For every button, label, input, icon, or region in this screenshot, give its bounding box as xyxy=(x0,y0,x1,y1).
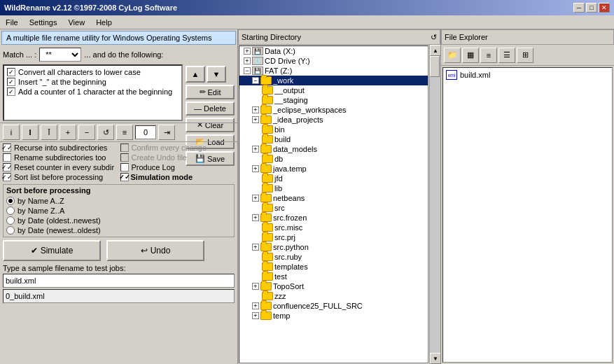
tree-item-srcfrozen[interactable]: + src.frozen xyxy=(239,213,428,223)
extra-view-btn[interactable]: ⊞ xyxy=(517,48,533,63)
expander-toposort[interactable]: + xyxy=(252,283,259,290)
tree-item-jfd[interactable]: jfd xyxy=(239,174,428,183)
move-down-button[interactable]: ▼ xyxy=(207,66,226,83)
expander-srcpython[interactable]: + xyxy=(252,244,259,251)
tree-item-javatemp[interactable]: + java.temp xyxy=(239,164,428,174)
tree-item-fat-z[interactable]: − 💾 FAT (Z:) xyxy=(239,66,428,76)
tree-item-work[interactable]: − _work xyxy=(239,76,428,85)
expander-netbeans[interactable]: + xyxy=(252,195,259,202)
expander-work[interactable]: − xyxy=(252,77,259,84)
tool-btn-4[interactable]: + xyxy=(60,125,76,140)
sort-radio-1[interactable] xyxy=(6,206,15,215)
tree-item-data-x[interactable]: + 💾 Data (X:) xyxy=(239,46,428,56)
edit-button[interactable]: ✏ Edit xyxy=(186,85,235,99)
expander-javatemp[interactable]: + xyxy=(252,165,259,172)
tree-label-work: _work xyxy=(273,76,293,85)
counter-input[interactable] xyxy=(135,125,156,139)
tool-btn-5[interactable]: − xyxy=(78,125,95,140)
sample-filename-input[interactable] xyxy=(3,274,235,288)
maximize-button[interactable]: □ xyxy=(586,3,597,13)
expander-eclipse[interactable]: + xyxy=(252,106,259,113)
file-item-buildxml[interactable]: xml build.xml xyxy=(445,69,610,80)
title-bar-buttons: ─ □ ✕ xyxy=(573,3,610,13)
tree-item-src[interactable]: src xyxy=(239,203,428,213)
recurse-check[interactable]: ✓ xyxy=(3,144,11,152)
expander-data-x[interactable]: + xyxy=(244,48,251,55)
tree-item-bin[interactable]: bin xyxy=(239,125,428,134)
sort-list-check[interactable]: ✓ xyxy=(3,173,11,181)
rule-check-1[interactable]: ✓ xyxy=(7,78,15,86)
expander-srcfrozen[interactable]: + xyxy=(252,214,259,221)
tree-item-datamodels[interactable]: + data_models xyxy=(239,144,428,154)
rule-check-0[interactable]: ✓ xyxy=(7,68,15,76)
rename-subdirs-check[interactable] xyxy=(3,153,11,162)
simulation-label: Simulation mode xyxy=(131,173,193,181)
tool-btn-3[interactable]: Ī xyxy=(41,125,57,140)
expander-cd-y[interactable]: + xyxy=(244,57,251,64)
expander-idea[interactable]: + xyxy=(252,116,259,123)
tree-item-lib[interactable]: lib xyxy=(239,183,428,193)
expander-fat-z[interactable]: − xyxy=(244,67,251,74)
tree-item-cd-y[interactable]: + 💿 CD Drive (Y:) xyxy=(239,56,428,66)
detail-view-btn[interactable]: ☰ xyxy=(498,48,515,63)
scroll-thumb[interactable] xyxy=(430,56,440,77)
tree-item-temp[interactable]: + temp xyxy=(239,311,428,321)
menu-help[interactable]: Help xyxy=(93,18,115,27)
folder-view-btn[interactable]: 📁 xyxy=(444,48,461,63)
confirm-check[interactable] xyxy=(120,144,129,152)
tree-item-confluence[interactable]: + confluence25_FULL_SRC xyxy=(239,301,428,311)
tree-item-db[interactable]: db xyxy=(239,154,428,164)
tree-item-output[interactable]: __output xyxy=(239,85,428,95)
rules-list: ✓ Convert all characters to lower case ✓… xyxy=(3,64,183,121)
scroll-up-btn[interactable]: ▲ xyxy=(430,45,440,56)
rule-text-1: Insert "_" at the beginning xyxy=(18,78,106,86)
simulate-button[interactable]: ✔ Simulate xyxy=(3,240,101,261)
folder-icon-build xyxy=(262,135,273,144)
tree-item-srcprj[interactable]: src.prj xyxy=(239,232,428,242)
icon-view-btn[interactable]: ▦ xyxy=(462,48,479,63)
undo-button[interactable]: ↩ Undo xyxy=(106,240,204,261)
tool-btn-6[interactable]: ↺ xyxy=(97,125,114,140)
tree-item-toposort[interactable]: + TopoSort xyxy=(239,281,428,291)
close-button[interactable]: ✕ xyxy=(599,3,610,13)
tool-btn-1[interactable]: i xyxy=(3,125,20,140)
tree-item-srcpython[interactable]: + src.python xyxy=(239,242,428,252)
tree-item-zzz[interactable]: zzz xyxy=(239,291,428,301)
tree-item-staging[interactable]: __staging xyxy=(239,95,428,105)
tree-item-test[interactable]: test xyxy=(239,272,428,281)
simulation-check[interactable]: ✓ xyxy=(120,173,129,181)
sort-radio-2[interactable] xyxy=(6,216,15,225)
list-view-btn[interactable]: ≡ xyxy=(480,48,497,63)
minimize-button[interactable]: ─ xyxy=(573,3,585,13)
produce-log-check[interactable] xyxy=(120,163,129,172)
rule-check-2[interactable]: ✓ xyxy=(7,88,15,96)
menu-view[interactable]: View xyxy=(65,18,88,27)
tool-btn-2[interactable]: I xyxy=(22,125,39,140)
tree-label-lib: lib xyxy=(274,184,282,192)
tool-btn-7[interactable]: ≡ xyxy=(116,125,133,140)
menu-file[interactable]: File xyxy=(3,18,21,27)
sort-radio-0[interactable] xyxy=(6,197,15,205)
folder-icon-test xyxy=(262,272,273,281)
tree-item-build[interactable]: build xyxy=(239,134,428,144)
expander-confluence[interactable]: + xyxy=(252,302,259,309)
tool-btn-8[interactable]: ⇥ xyxy=(158,125,175,140)
scroll-down-btn[interactable]: ▼ xyxy=(430,353,440,364)
undo-file-check[interactable] xyxy=(120,153,129,162)
match-dropdown[interactable]: ** xyxy=(39,48,81,62)
expander-datamodels[interactable]: + xyxy=(252,146,259,153)
refresh-icon[interactable]: ↺ xyxy=(431,33,437,42)
menu-settings[interactable]: Settings xyxy=(27,18,60,27)
reset-counter-check[interactable]: ✓ xyxy=(3,163,11,172)
tree-item-netbeans[interactable]: + netbeans xyxy=(239,193,428,203)
move-up-button[interactable]: ▲ xyxy=(186,66,205,83)
delete-button[interactable]: — Delete xyxy=(186,102,235,115)
tree-label-temp: temp xyxy=(273,312,290,320)
tree-item-eclipse[interactable]: + _eclipse_workspaces xyxy=(239,105,428,115)
sort-radio-3[interactable] xyxy=(6,226,15,234)
tree-item-idea[interactable]: + _idea_projects xyxy=(239,115,428,125)
expander-temp[interactable]: + xyxy=(252,312,259,319)
tree-item-srcmisc[interactable]: src.misc xyxy=(239,223,428,232)
tree-item-templates[interactable]: templates xyxy=(239,262,428,272)
tree-item-srcruby[interactable]: src.ruby xyxy=(239,252,428,262)
